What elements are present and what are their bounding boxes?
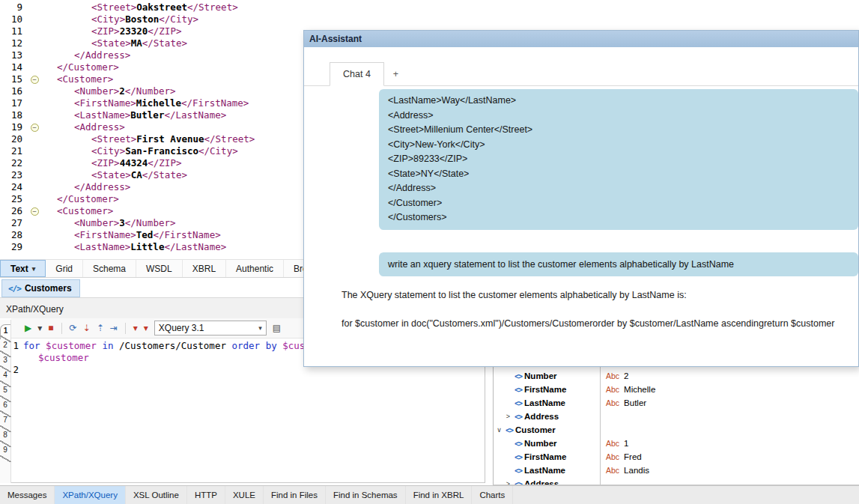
next-match-icon[interactable]: ▾ xyxy=(144,324,148,333)
run-dropdown-icon[interactable]: ▾ xyxy=(37,324,42,333)
xmlspy-window: 9<Street>Oakstreet</Street>10<City>Bosto… xyxy=(0,0,859,504)
grid-row[interactable]: ><>Address xyxy=(494,477,859,485)
element-value: Michelle xyxy=(624,385,655,394)
grid-row[interactable]: ∨<>Customer xyxy=(494,423,859,437)
xml-editor-line[interactable]: 9<Street>Oakstreet</Street> xyxy=(0,1,494,13)
view-tab-xbrl[interactable]: XBRL xyxy=(183,260,226,277)
fold-collapse-icon[interactable]: − xyxy=(27,73,42,85)
statusbar-tab-http[interactable]: HTTP xyxy=(187,486,225,504)
chat-xml-line: <Address> xyxy=(388,109,849,124)
xpath-expression-tab-6[interactable]: 6 xyxy=(0,399,10,414)
fold-gutter xyxy=(27,193,42,205)
xquery-code-text: for $customer in /Customers/Customer ord… xyxy=(19,340,305,352)
element-value: Fred xyxy=(624,452,642,461)
line-number: 29 xyxy=(0,241,27,253)
chevron-expanded-icon[interactable]: ∨ xyxy=(495,426,503,434)
xml-editor-line[interactable]: 10<City>Boston</City> xyxy=(0,13,494,25)
string-type-icon: Abc xyxy=(606,385,619,394)
line-number: 26 xyxy=(0,205,27,217)
xml-line-text: <Customer> xyxy=(42,73,113,85)
statusbar-tab-find-in-schemas[interactable]: Find in Schemas xyxy=(326,486,406,504)
grid-row[interactable]: <>NumberAbc1 xyxy=(494,437,859,450)
line-number: 28 xyxy=(0,229,27,241)
grid-name-cell: ><>Address xyxy=(494,479,600,485)
grid-value-cell: Abc2 xyxy=(600,371,629,380)
refresh-icon[interactable]: ⟳ xyxy=(70,324,77,333)
chat-xml-line: </Address> xyxy=(388,181,849,196)
xml-line-text: <ZIP>44324</ZIP> xyxy=(42,157,181,169)
view-tab-grid[interactable]: Grid xyxy=(46,260,83,277)
xquery-version-select[interactable]: XQuery 3.1▾ xyxy=(154,321,267,336)
grid-row[interactable]: <>NumberAbc2 xyxy=(494,369,859,383)
statusbar-tab-messages[interactable]: Messages xyxy=(0,486,55,504)
fold-gutter xyxy=(27,37,42,49)
fold-gutter xyxy=(27,85,42,97)
line-number: 11 xyxy=(0,25,27,37)
grid-row[interactable]: <>LastNameAbcLandis xyxy=(494,464,859,477)
fold-gutter xyxy=(27,229,42,241)
grid-row[interactable]: <>FirstNameAbcFred xyxy=(494,450,859,464)
xpath-expression-tab-7[interactable]: 7 xyxy=(0,414,10,429)
line-number: 12 xyxy=(0,37,27,49)
xpath-expression-tab-2[interactable]: 2 xyxy=(0,339,10,354)
statusbar-tab-find-in-xbrl[interactable]: Find in XBRL xyxy=(406,486,473,504)
view-tab-label: Schema xyxy=(93,264,126,274)
xml-line-text: <Number>3</Number> xyxy=(42,217,175,229)
grid-row[interactable]: <>FirstNameAbcMichelle xyxy=(494,383,859,396)
xpath-expression-tab-9[interactable]: 9 xyxy=(0,444,10,459)
line-number: 18 xyxy=(0,109,27,121)
view-tab-label: XBRL xyxy=(192,264,216,274)
statusbar-tab-charts[interactable]: Charts xyxy=(472,486,513,504)
document-tab-label: Customers xyxy=(25,283,72,294)
chat-history[interactable]: <LastName>Way</LastName><Address><Street… xyxy=(304,86,858,366)
view-tab-schema[interactable]: Schema xyxy=(83,260,136,277)
string-type-icon: Abc xyxy=(606,452,619,461)
element-icon: <> xyxy=(515,372,522,380)
xpath-expression-tab-5[interactable]: 5 xyxy=(0,384,10,399)
fold-collapse-icon[interactable]: − xyxy=(27,121,42,133)
goto-result-icon[interactable]: ⇥ xyxy=(110,324,118,333)
xpath-expression-tab-4[interactable]: 4 xyxy=(0,369,10,384)
xml-line-text: <FirstName>Ted</FirstName> xyxy=(42,229,221,241)
xpath-expression-tab-8[interactable]: 8 xyxy=(0,429,10,444)
line-number: 16 xyxy=(0,85,27,97)
document-tab-customers[interactable]: </> Customers xyxy=(1,279,80,297)
assistant-xml-reply-bubble: <LastName>Way</LastName><Address><Street… xyxy=(379,89,858,230)
statusbar-tab-find-in-files[interactable]: Find in Files xyxy=(264,486,326,504)
fold-gutter xyxy=(27,97,42,109)
chevron-collapsed-icon[interactable]: > xyxy=(504,413,512,420)
statusbar-tab-xsl-outline[interactable]: XSL Outline xyxy=(126,486,187,504)
grid-name-cell: ><>Address xyxy=(494,412,600,421)
xml-line-text: <Address> xyxy=(42,121,125,133)
prev-match-icon[interactable]: ▾ xyxy=(133,324,138,333)
view-tab-wsdl[interactable]: WSDL xyxy=(136,260,183,277)
fold-gutter xyxy=(27,217,42,229)
run-button[interactable]: ▶ xyxy=(25,324,31,333)
new-chat-button[interactable]: + xyxy=(384,63,407,85)
element-value: 1 xyxy=(624,439,628,448)
stop-button[interactable]: ■ xyxy=(48,324,53,333)
view-tab-text[interactable]: Text▾ xyxy=(0,260,46,277)
statusbar-tab-xpath-xquery[interactable]: XPath/XQuery xyxy=(55,486,126,504)
grid-row[interactable]: <>LastNameAbcButler xyxy=(494,396,859,410)
step-out-icon[interactable]: ⇡ xyxy=(97,324,104,333)
step-into-icon[interactable]: ⇣ xyxy=(83,324,91,333)
element-value: 2 xyxy=(624,371,628,380)
grid-row[interactable]: ><>Address xyxy=(494,410,859,423)
element-name: Number xyxy=(524,371,556,380)
ai-assistant-titlebar[interactable]: AI-Assistant xyxy=(304,31,858,47)
chevron-collapsed-icon[interactable]: > xyxy=(504,480,512,485)
line-number: 27 xyxy=(0,217,27,229)
xpath-expression-tab-3[interactable]: 3 xyxy=(0,354,10,369)
tab-chat-4[interactable]: Chat 4 xyxy=(330,62,384,86)
statusbar-tab-xule[interactable]: XULE xyxy=(225,486,264,504)
fold-collapse-icon[interactable]: − xyxy=(27,205,42,217)
xpath-expression-tab-1[interactable]: 1 xyxy=(0,324,10,339)
grid-name-cell: <>Number xyxy=(494,371,600,380)
xml-line-text: <FirstName>Michelle</FirstName> xyxy=(42,97,249,109)
xml-line-text: <Street>Oakstreet</Street> xyxy=(42,1,238,13)
xquery-code-text: $customer xyxy=(19,352,89,364)
view-tab-authentic[interactable]: Authentic xyxy=(226,260,284,277)
xml-line-text: </Customer> xyxy=(42,193,119,205)
editor-options-icon[interactable]: ▤ xyxy=(273,324,281,333)
